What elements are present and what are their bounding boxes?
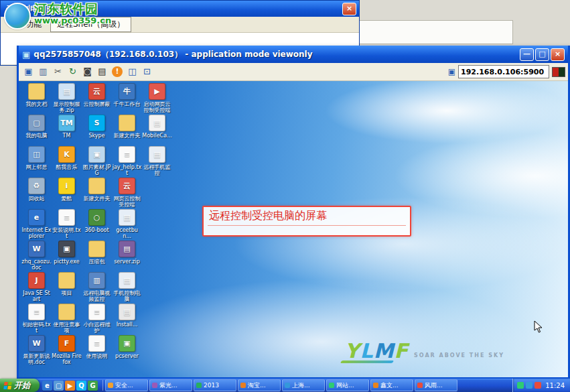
internet-explorer-icon[interactable]: eInternet Explorer [21,209,52,239]
skype-icon[interactable]: SSkype [82,115,112,139]
desktop-icon-label: pictty.exe [52,259,82,265]
pcserver-icon[interactable]: ▣pcserver [112,335,142,359]
fullscreen-icon[interactable]: ⊡ [140,65,154,78]
jay-help-icon[interactable]: ≡jay_help.txt [112,146,142,176]
remote-video-icon[interactable]: ▥远程电脑视频监控 [82,272,112,302]
360-boot-icon[interactable]: ○360-boot [82,209,112,233]
icon-glyph: ≡ [119,146,135,163]
desktop-icon-label: 远程电脑视频监控 [82,290,112,302]
task-label: 淘宝... [248,381,266,390]
pictty-icon[interactable]: ▣pictty.exe [52,241,82,265]
desktop-icon-label: 千牛工作台 [112,101,142,107]
remote-phone-icon[interactable]: ▤远程手机监控 [142,146,172,176]
taskbar-task[interactable]: 淘宝... [238,379,281,391]
icon-glyph: ≡ [88,335,105,352]
alert-icon[interactable]: ! [112,66,123,77]
jpg-file-icon[interactable]: ▣图片素材.JPG [82,146,112,176]
start-web-control-icon[interactable]: ▶启动网页云控制受控端 [142,83,172,113]
alert-tray-icon[interactable] [535,382,541,389]
archive-folder-icon[interactable]: 压缩包 [82,241,112,265]
icon-glyph: ▤ [149,146,165,163]
icon-glyph: 云 [119,178,135,194]
remote-desktop-view[interactable]: 我的文档▤显示控制服务.zip云云控制屏蔽牛千牛工作台▶启动网页云控制受控端▢我… [19,81,568,377]
refresh-icon[interactable]: ↻ [66,65,80,78]
browser-icon[interactable]: G [88,381,98,391]
close-button[interactable]: × [342,3,356,15]
desktop-icon-label: 使用注意事项 [52,322,82,334]
start-button[interactable]: 开始 [0,379,40,392]
media-player-icon[interactable]: ▶ [65,381,75,391]
server-zip-icon[interactable]: ▤server.zip [112,241,142,265]
tools-icon[interactable]: ✂ [51,65,65,78]
taskbar-task[interactable]: 鑫文... [370,379,413,391]
desktop-icon-label: TM [52,133,82,139]
maximize-button[interactable]: □ [535,48,549,61]
doc-file-icon[interactable]: Wzhq_caozu.doc [21,241,52,271]
task-icon [196,383,202,388]
phone-control-icon[interactable]: ▤手机控制电脑 [112,272,142,302]
viewer-toolbar: ▣▥✂↻◙▤!◫⊡ ▣ [19,63,568,81]
icon-glyph: ▤ [58,83,75,100]
minimize-button[interactable]: — [520,48,534,61]
update-doc-icon[interactable]: W最新更新说明.doc [21,335,52,365]
taskbar-task[interactable]: 安全... [105,379,148,391]
taskbar-task[interactable]: 2013 [194,379,236,391]
tm-icon[interactable]: TMTM [52,115,82,139]
desktop-icon-label: 初始密码.txt [21,322,52,334]
show-desktop-icon[interactable]: ▢ [54,381,64,391]
taskbar-task[interactable]: 风雨... [415,379,457,391]
my-computer-icon[interactable]: ▢我的电脑 [21,115,52,139]
qq-icon[interactable]: Q [76,381,86,391]
ie-icon[interactable]: e [42,381,52,391]
taskbar-task[interactable]: 网站... [326,379,369,391]
maintain-txt-icon[interactable]: ≡小白远程维护 [82,304,112,334]
taskbar: 开始 e▢▶QG 安全...紫光...2013淘宝...上海...网站...鑫文… [0,379,570,392]
notes-folder-icon[interactable]: 使用注意事项 [52,304,82,334]
new-folder-icon[interactable]: 新建文件夹 [112,115,142,139]
task-icon [329,383,334,388]
web-control-client-icon[interactable]: 云网页云控制受控端 [112,178,142,208]
cloud-control-icon[interactable]: 云云控制屏蔽 [82,83,112,107]
icon-glyph: ▣ [88,146,105,163]
logo-letter: L [360,339,374,363]
kuwo-icon[interactable]: K酷我音乐 [52,146,82,170]
desktop-icon-label: 回收站 [21,196,52,202]
usage-txt-icon[interactable]: ≡使用说明 [82,335,112,359]
install-log-icon[interactable]: ▤Install... [112,304,142,328]
icon-glyph: ≡ [88,304,105,320]
mobile-file-icon[interactable]: ▤MobileCa... [142,115,172,139]
install-readme-icon[interactable]: ≡安装说明.txt [52,209,82,239]
java-se-icon[interactable]: JJava SE Start [21,272,52,302]
my-documents-icon[interactable]: 我的文档 [21,83,52,107]
taskbar-task[interactable]: 紫光... [149,379,192,391]
titlebar[interactable]: ▣ qq2575857048（192.168.0.103） - applicat… [19,46,568,63]
ylmf-tagline: SOAR ABOVE THE SKY [414,352,504,358]
icon-glyph: e [28,209,45,226]
task-icon [285,383,290,388]
qianniu-icon[interactable]: 牛千牛工作台 [112,83,142,107]
add-window-icon[interactable]: ◫ [125,65,139,78]
windows-icon[interactable]: ▥ [36,65,50,78]
project-folder-icon[interactable]: 项目 [52,272,82,296]
zip-file-icon[interactable]: ▤显示控制服务.zip [52,83,82,113]
recycle-bin-icon[interactable]: ♻回收站 [21,178,52,202]
printer-icon[interactable]: ▤ [95,65,109,78]
close-button[interactable]: × [551,48,565,61]
snapshot-icon[interactable]: ◙ [80,65,94,78]
desktop-icon-label: 最新更新说明.doc [21,353,52,365]
password-txt-icon[interactable]: ≡初始密码.txt [21,304,52,334]
address-input[interactable] [458,65,549,78]
task-icon [108,383,113,388]
network-places-icon[interactable]: ◫网上邻居 [21,146,52,170]
taskbar-task[interactable]: 上海... [282,379,325,391]
antivirus-tray-icon[interactable] [517,382,524,389]
site-watermark: 河东软件园 www.pc0359.cn [4,3,111,29]
desktop-icon-label: server.zip [112,259,142,265]
new-folder-2-icon[interactable]: 新建文件夹 [82,178,112,202]
aiku-icon[interactable]: i爱酷 [52,178,82,202]
screen-icon[interactable]: ▣ [21,65,35,78]
messenger-tray-icon[interactable] [526,382,532,389]
task-icon [373,383,378,388]
greenbrowser-icon[interactable]: ▤gceetbun... [112,209,142,239]
firefox-icon[interactable]: FMozilla Firefox [52,335,82,365]
